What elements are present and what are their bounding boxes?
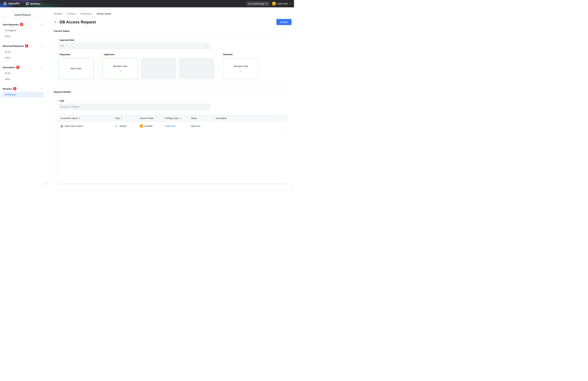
sidebar-item-done[interactable]: Done xyxy=(1,33,44,39)
chevron-down-icon xyxy=(206,45,208,47)
column-header-cloud-provider[interactable]: Cloud Provide... xyxy=(138,115,163,121)
table-empty-body xyxy=(58,131,287,184)
reviewer-extra-count: +5 xyxy=(240,70,242,72)
required-asterisk: * xyxy=(58,53,59,56)
sort-icon xyxy=(121,117,122,119)
column-header-status[interactable]: Status xyxy=(189,115,214,121)
chevron-right-icon xyxy=(94,13,95,15)
sitemap-icon xyxy=(61,125,63,127)
main-content: Workflow Reviews All Reviews Review Deta… xyxy=(45,7,294,190)
count-badge: 4 xyxy=(20,23,23,26)
breadcrumb-all-reviews[interactable]: All Reviews xyxy=(81,13,92,15)
section-label: Reviews xyxy=(3,88,12,90)
sidebar-section-header-received-requests[interactable]: Received Requests 1 xyxy=(1,44,44,48)
approval-rule-value: PM xyxy=(61,45,64,47)
cell-connection-name: walter-dev-instance xyxy=(58,122,113,130)
mysql-icon xyxy=(115,125,118,127)
flow-chevron-right-icon xyxy=(214,58,223,79)
approver-name: Brendon Choi xyxy=(113,65,127,67)
chevron-right-icon xyxy=(77,13,79,15)
approver-placeholder-card xyxy=(179,58,214,79)
cell-privilege-type[interactable]: Read-Only xyxy=(163,122,189,130)
approval-rule-label: * Approval Rule xyxy=(58,39,287,41)
chevron-up-icon xyxy=(41,23,42,26)
section-label: Executions xyxy=(3,66,15,69)
cell-description: - xyxy=(214,122,273,130)
title-input[interactable]: DB Access Request xyxy=(58,104,210,110)
table-footer xyxy=(58,183,287,185)
section-label: Received Requests xyxy=(3,45,24,47)
confirm-button[interactable]: Confirm xyxy=(276,19,292,25)
sidebar-section-received-requests: Received Requests 1 To Do Done xyxy=(1,44,44,60)
column-header-description[interactable]: Description xyxy=(214,115,273,121)
table-row[interactable]: walter-dev-instance MySQL xyxy=(58,122,287,131)
sidebar-item-to-do[interactable]: To Do xyxy=(1,70,44,76)
sidebar-item-to-do[interactable]: To Do xyxy=(1,49,44,55)
user-menu[interactable]: Keira Yoon xyxy=(272,2,292,6)
request-details-heading: Request Details xyxy=(54,91,292,93)
approval-rule-select[interactable]: PM xyxy=(58,43,210,49)
breadcrumb-reviews[interactable]: Reviews xyxy=(67,13,76,15)
sidebar-item-all-reviews[interactable]: All Reviews xyxy=(1,92,44,97)
chevron-left-icon xyxy=(44,183,46,185)
sidebar-collapse-button[interactable] xyxy=(43,182,47,186)
sidebar-section-reviews: Reviews 2 All Reviews xyxy=(1,87,44,97)
reviewer-label: Reviewer xyxy=(223,53,259,56)
sidebar-section-header-executions[interactable]: Executions 2 xyxy=(1,65,44,69)
user-name: Keira Yoon xyxy=(277,2,288,5)
user-avatar xyxy=(272,2,276,6)
admin-button-label: Go to Admin Page xyxy=(248,3,264,5)
requester-name: Keira Yoon xyxy=(70,67,82,70)
cell-status: Approved xyxy=(189,122,214,130)
cell-cloud-provider: aws cloudDB xyxy=(138,122,163,130)
sidebar-item-done[interactable]: Done xyxy=(1,55,44,60)
svg-text:aws: aws xyxy=(140,125,142,126)
reviewer-card[interactable]: Brendon Choi +5 xyxy=(223,58,259,79)
flow-chevron-right-icon xyxy=(94,58,103,79)
column-header-empty xyxy=(273,115,287,121)
request-details-card: * Title DB Access Request Connection Nam… xyxy=(54,95,292,190)
back-button[interactable] xyxy=(54,20,58,24)
approver-column: * Approvers Brendon Choi +5 xyxy=(103,53,138,79)
aws-icon: aws xyxy=(140,125,143,128)
connections-table: Connection Name Type Cloud Provide... Pr… xyxy=(58,115,287,185)
sidebar-item-in-progress[interactable]: In Progress xyxy=(1,28,44,33)
column-header-connection-name[interactable]: Connection Name xyxy=(58,115,113,121)
approver-extra-count: +5 xyxy=(119,70,121,72)
chevron-up-icon xyxy=(41,88,42,90)
sidebar-section-header-reviews[interactable]: Reviews 2 xyxy=(1,87,44,91)
querypie-logo-icon xyxy=(3,2,7,6)
reviewer-name: Brendon Choi xyxy=(234,65,248,67)
count-badge: 1 xyxy=(25,44,28,47)
column-header-type[interactable]: Type xyxy=(113,115,138,121)
requester-card[interactable]: Keira Yoon xyxy=(58,58,94,79)
required-asterisk: * xyxy=(58,100,59,102)
sort-icon xyxy=(179,117,181,119)
app-root: QueryPie Workflow Go to Admin Page Keira xyxy=(0,0,294,190)
sidebar-item-done[interactable]: Done xyxy=(1,76,44,82)
app-grid-icon xyxy=(26,2,29,5)
approver-card[interactable]: Brendon Choi +5 xyxy=(103,58,138,79)
go-to-admin-page-button[interactable]: Go to Admin Page xyxy=(246,1,270,6)
page-title: DB Access Request xyxy=(60,20,96,24)
topbar: QueryPie Workflow Go to Admin Page Keira xyxy=(0,0,294,7)
cell-type: MySQL xyxy=(113,122,138,130)
sidebar-section-header-sent-requests[interactable]: Sent Requests 4 xyxy=(1,22,44,27)
breadcrumb-workflow[interactable]: Workflow xyxy=(54,13,63,15)
table-header-row: Connection Name Type Cloud Provide... Pr… xyxy=(58,115,287,122)
column-header-privilege-type[interactable]: Privilege Type xyxy=(163,115,189,121)
submit-request-button[interactable]: Submit Request xyxy=(1,12,44,18)
app-switcher[interactable]: Workflow xyxy=(26,2,44,5)
approval-flow: * Requester Keira Yoon xyxy=(58,53,287,79)
chevron-up-icon xyxy=(41,66,42,68)
cell-empty xyxy=(273,122,287,130)
breadcrumb: Workflow Reviews All Reviews Review Deta… xyxy=(54,13,292,15)
sort-icon xyxy=(79,117,80,119)
approvers-label: * Approvers xyxy=(103,53,138,56)
requester-label: * Requester xyxy=(58,53,94,56)
current-status-heading: Current Status xyxy=(54,30,292,32)
title-value: DB Access Request xyxy=(61,106,80,108)
flow-connector-line xyxy=(138,58,141,79)
sidebar-section-sent-requests: Sent Requests 4 In Progress Done xyxy=(1,22,44,39)
sidebar: Submit Request Sent Requests 4 In Progre… xyxy=(0,7,45,190)
